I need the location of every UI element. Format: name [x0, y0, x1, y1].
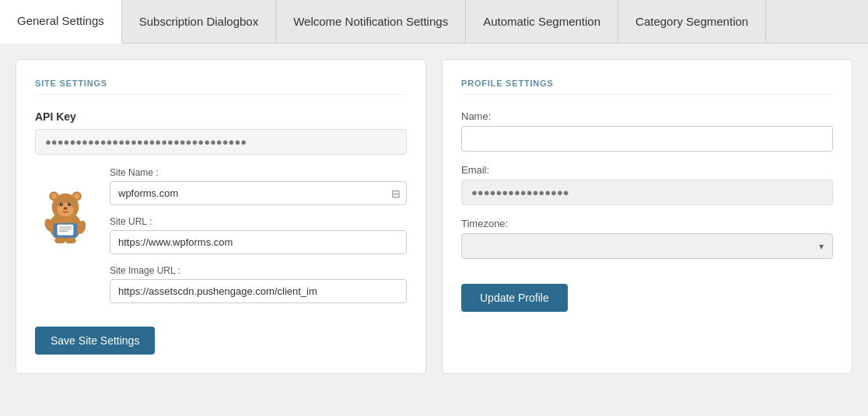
- site-url-input[interactable]: [110, 230, 407, 254]
- email-field-group: Email:: [461, 164, 833, 205]
- profile-settings-panel: PROFILE SETTINGS Name: Email: Timezone: …: [442, 59, 852, 374]
- tab-category-segmention[interactable]: Category Segmention: [618, 0, 766, 43]
- email-label: Email:: [461, 164, 833, 176]
- svg-point-3: [51, 194, 57, 199]
- timezone-label: Timezone:: [461, 218, 833, 229]
- tab-welcome-notification-settings[interactable]: Welcome Notification Settings: [276, 0, 466, 43]
- site-name-input[interactable]: [110, 181, 407, 205]
- timezone-select[interactable]: [461, 233, 833, 259]
- save-site-settings-button[interactable]: Save Site Settings: [35, 327, 155, 355]
- site-name-label: Site Name :: [110, 167, 407, 178]
- site-image-url-label: Site Image URL :: [110, 265, 407, 276]
- site-url-group: Site URL :: [110, 216, 407, 254]
- site-fields: Site Name : ⊟ Site URL : Site Image URL …: [110, 167, 407, 314]
- name-input[interactable]: [461, 126, 833, 152]
- site-image-url-input[interactable]: [110, 279, 407, 303]
- svg-point-9: [61, 203, 62, 204]
- timezone-field-group: Timezone: ▾: [461, 218, 833, 259]
- main-content: SITE SETTINGS API Key: [0, 44, 868, 390]
- name-label: Name:: [461, 110, 833, 122]
- site-settings-row: Site Name : ⊟ Site URL : Site Image URL …: [35, 167, 407, 314]
- site-image-url-group: Site Image URL :: [110, 265, 407, 303]
- copy-icon: ⊟: [391, 187, 401, 200]
- api-key-input[interactable]: [35, 129, 407, 155]
- bear-mascot: [35, 183, 97, 246]
- svg-point-5: [74, 194, 79, 199]
- svg-rect-13: [58, 225, 74, 236]
- name-field-group: Name:: [461, 110, 833, 152]
- svg-point-11: [63, 207, 67, 209]
- svg-point-10: [69, 203, 70, 204]
- site-name-input-wrapper: ⊟: [110, 181, 407, 205]
- svg-point-8: [68, 203, 71, 206]
- tab-subscription-dialogbox[interactable]: Subscription Dialogbox: [122, 0, 276, 43]
- email-input[interactable]: [461, 180, 833, 205]
- timezone-select-wrapper: ▾: [461, 233, 833, 259]
- site-name-group: Site Name : ⊟: [110, 167, 407, 205]
- update-profile-button[interactable]: Update Profile: [461, 284, 568, 312]
- tab-general-settings[interactable]: General Settings: [0, 0, 122, 44]
- tab-automatic-segmention[interactable]: Automatic Segmention: [466, 0, 618, 43]
- api-key-label: API Key: [35, 110, 407, 123]
- site-url-label: Site URL :: [110, 216, 407, 227]
- svg-point-7: [60, 203, 63, 206]
- site-settings-panel: SITE SETTINGS API Key: [16, 59, 426, 374]
- site-settings-title: SITE SETTINGS: [35, 79, 407, 95]
- profile-settings-title: PROFILE SETTINGS: [461, 79, 833, 95]
- tabs-nav: General Settings Subscription Dialogbox …: [0, 0, 868, 44]
- svg-point-6: [58, 203, 74, 216]
